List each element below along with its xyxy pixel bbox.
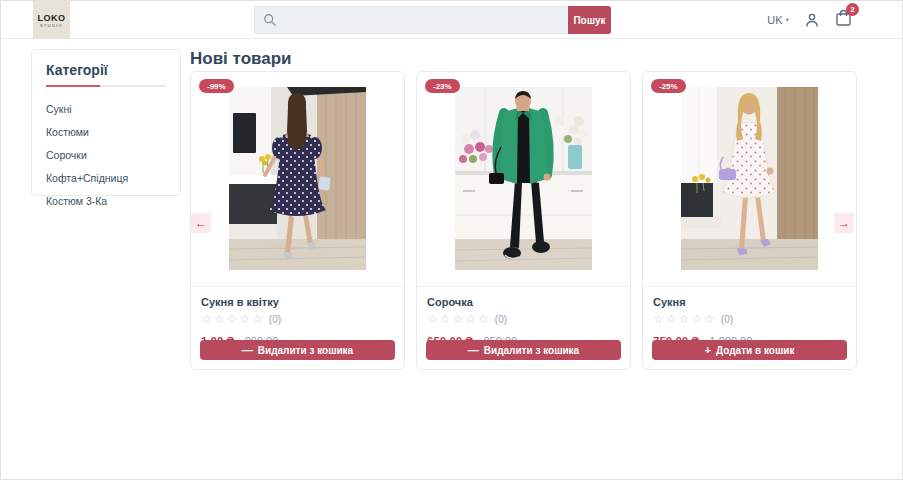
carousel-next-button[interactable]: →	[834, 213, 854, 233]
storefront-page: LOKO STUDIO Пошук UK ▾	[0, 0, 903, 480]
categories-sidebar: Категорії Сукні Костюми Сорочки Кофта+Сп…	[31, 49, 181, 196]
remove-from-cart-button[interactable]: — Видалити з кошика	[426, 340, 621, 360]
rating-count: (0)	[495, 314, 507, 325]
logo-subtext: STUDIO	[40, 23, 63, 28]
product-rating: ☆☆☆☆☆ (0)	[201, 312, 394, 326]
product-image[interactable]	[229, 87, 366, 270]
product-card: -99%	[190, 71, 405, 370]
cart-button[interactable]: 2	[835, 9, 852, 31]
star-icons: ☆☆☆☆☆	[201, 312, 265, 326]
language-selector[interactable]: UK ▾	[767, 14, 789, 26]
discount-badge: -99%	[199, 79, 234, 93]
search-input-box	[254, 6, 568, 34]
search-input[interactable]	[254, 6, 568, 34]
header: LOKO STUDIO Пошук UK ▾	[1, 1, 902, 39]
button-label: Додати в кошик	[716, 345, 794, 356]
sidebar-divider	[46, 85, 166, 87]
product-card: -23%	[416, 71, 631, 370]
discount-badge: -25%	[651, 79, 686, 93]
product-rating: ☆☆☆☆☆ (0)	[653, 312, 846, 326]
page-title: Нові товари	[190, 49, 292, 69]
search-button[interactable]: Пошук	[568, 6, 611, 34]
button-label: Видалити з кошика	[484, 345, 579, 356]
arrow-right-icon: →	[838, 216, 850, 230]
logo[interactable]: LOKO STUDIO	[33, 1, 70, 39]
language-label: UK	[767, 14, 782, 26]
account-button[interactable]	[804, 12, 820, 28]
product-rating: ☆☆☆☆☆ (0)	[427, 312, 620, 326]
new-products-carousel: -99%	[190, 71, 857, 370]
user-icon	[804, 12, 820, 28]
header-actions: UK ▾ 2	[767, 1, 852, 39]
minus-icon: —	[242, 344, 253, 356]
star-icons: ☆☆☆☆☆	[427, 312, 491, 326]
add-to-cart-button[interactable]: + Додати в кошик	[652, 340, 847, 360]
product-name[interactable]: Сукня	[653, 296, 846, 308]
product-name[interactable]: Сорочка	[427, 296, 620, 308]
remove-from-cart-button[interactable]: — Видалити з кошика	[200, 340, 395, 360]
product-card: -25%	[642, 71, 857, 370]
discount-badge: -23%	[425, 79, 460, 93]
sidebar-item-kostiumy[interactable]: Костюми	[46, 120, 166, 143]
sidebar-item-sukni[interactable]: Сукні	[46, 97, 166, 120]
category-list: Сукні Костюми Сорочки Кофта+Спідниця Кос…	[46, 97, 166, 212]
chevron-down-icon: ▾	[785, 16, 789, 24]
sidebar-title: Категорії	[46, 62, 166, 78]
plus-icon: +	[705, 344, 711, 356]
product-name[interactable]: Сукня в квітку	[201, 296, 394, 308]
star-icons: ☆☆☆☆☆	[653, 312, 717, 326]
search-icon	[263, 13, 277, 27]
product-cards: -99%	[190, 71, 857, 370]
rating-count: (0)	[721, 314, 733, 325]
product-image[interactable]	[455, 87, 592, 270]
logo-text: LOKO	[38, 13, 66, 23]
search-bar: Пошук	[254, 6, 611, 34]
cart-count-badge: 2	[846, 3, 859, 16]
button-label: Видалити з кошика	[258, 345, 353, 356]
product-image[interactable]	[681, 87, 818, 270]
sidebar-item-kostium-3ka[interactable]: Костюм 3-Ка	[46, 189, 166, 212]
sidebar-item-sorochky[interactable]: Сорочки	[46, 143, 166, 166]
minus-icon: —	[468, 344, 479, 356]
arrow-left-icon: ←	[195, 216, 207, 230]
sidebar-item-kofta-spidnytsia[interactable]: Кофта+Спідниця	[46, 166, 166, 189]
carousel-prev-button[interactable]: ←	[191, 213, 211, 233]
rating-count: (0)	[269, 314, 281, 325]
